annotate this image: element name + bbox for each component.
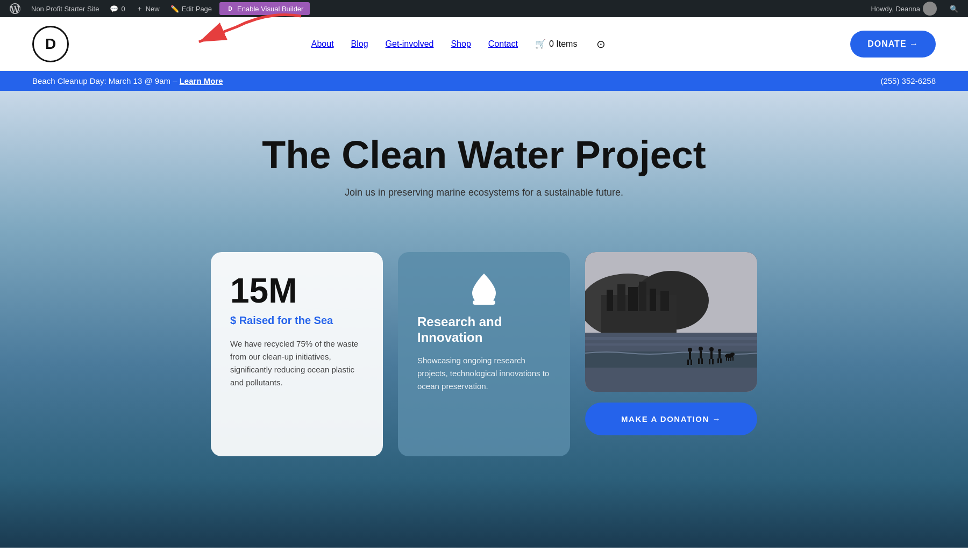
comments-count: 0 xyxy=(121,5,125,13)
visual-builder-item[interactable]: D Enable Visual Builder xyxy=(219,2,310,15)
divi-icon: D xyxy=(226,4,234,13)
svg-rect-10 xyxy=(650,289,656,311)
svg-rect-31 xyxy=(720,358,722,363)
svg-rect-6 xyxy=(607,290,613,311)
hero-subtitle: Join us in preserving marine ecosystems … xyxy=(345,187,623,198)
svg-rect-25 xyxy=(710,351,713,359)
svg-rect-26 xyxy=(709,359,710,364)
announcement-bar: Beach Cleanup Day: March 13 @ 9am – Lear… xyxy=(0,71,968,91)
svg-rect-18 xyxy=(687,360,689,365)
nav-blog[interactable]: Blog xyxy=(351,39,368,49)
comments-item[interactable]: 💬 0 xyxy=(104,0,130,17)
card-description: We have recycled 75% of the waste from o… xyxy=(230,338,364,389)
svg-point-28 xyxy=(718,349,721,352)
edit-page-item[interactable]: ✏️ Edit Page xyxy=(165,0,217,17)
cart-icon: 🛒 xyxy=(535,39,546,49)
svg-rect-34 xyxy=(726,357,727,361)
admin-bar: Non Profit Starter Site 💬 0 ＋ New ✏️ Edi… xyxy=(0,0,968,17)
nav-about[interactable]: About xyxy=(311,39,334,49)
announcement-phone: (255) 352-6258 xyxy=(880,76,936,85)
svg-rect-27 xyxy=(712,359,714,364)
avatar xyxy=(923,2,937,16)
pencil-icon: ✏️ xyxy=(170,5,179,13)
header-search-button[interactable]: ⊙ xyxy=(594,35,608,53)
svg-rect-11 xyxy=(660,291,669,311)
water-drop-icon xyxy=(417,274,551,306)
svg-rect-9 xyxy=(639,282,646,311)
site-header: D About Blog Get-involved Shop Contact 🛒… xyxy=(0,17,968,71)
new-label: New xyxy=(146,5,160,13)
logo-letter: D xyxy=(45,35,56,53)
howdy-label: Howdy, Deanna xyxy=(871,5,920,13)
hero-title: The Clean Water Project xyxy=(262,134,706,176)
hero-section: The Clean Water Project Join us in prese… xyxy=(0,91,968,548)
announcement-message: Beach Cleanup Day: March 13 @ 9am – xyxy=(32,76,177,85)
svg-rect-22 xyxy=(698,358,700,364)
site-name-label: Non Profit Starter Site xyxy=(31,5,99,13)
svg-rect-37 xyxy=(732,357,734,361)
admin-bar-right: Howdy, Deanna 🔍 xyxy=(865,0,964,17)
svg-rect-21 xyxy=(700,351,702,358)
nav-shop[interactable]: Shop xyxy=(451,39,471,49)
svg-rect-8 xyxy=(628,287,638,311)
cart-items-label: 0 Items xyxy=(549,39,577,49)
edit-page-label: Edit Page xyxy=(182,5,212,13)
admin-search-icon: 🔍 xyxy=(950,5,958,13)
howdy-item[interactable]: Howdy, Deanna xyxy=(865,0,942,17)
wp-logo[interactable] xyxy=(4,0,26,17)
svg-rect-17 xyxy=(689,352,691,360)
svg-rect-30 xyxy=(717,358,719,363)
new-item[interactable]: ＋ New xyxy=(131,0,165,17)
make-donation-button[interactable]: MAKE A DONATION → xyxy=(585,403,757,435)
comment-icon: 💬 xyxy=(110,5,118,13)
svg-rect-1 xyxy=(473,300,495,305)
beach-photo xyxy=(585,252,757,392)
svg-rect-23 xyxy=(701,358,703,364)
card-number: 15M xyxy=(230,274,364,308)
site-name-item[interactable]: Non Profit Starter Site xyxy=(26,0,104,17)
admin-search-item[interactable]: 🔍 xyxy=(944,0,964,17)
svg-point-20 xyxy=(699,347,703,351)
plus-icon: ＋ xyxy=(136,4,143,13)
svg-rect-19 xyxy=(691,360,692,365)
header-search-icon: ⊙ xyxy=(596,38,606,50)
svg-point-24 xyxy=(709,347,714,351)
donate-button[interactable]: DONATE → xyxy=(850,31,936,58)
svg-rect-36 xyxy=(730,357,731,361)
card-research-title: Research and Innovation xyxy=(417,314,551,346)
nav-get-involved[interactable]: Get-involved xyxy=(386,39,434,49)
card-subtitle: $ Raised for the Sea xyxy=(230,314,364,327)
card-research-text: Showcasing ongoing research projects, te… xyxy=(417,354,551,393)
card-research: Research and Innovation Showcasing ongoi… xyxy=(398,252,570,456)
visual-builder-label: Enable Visual Builder xyxy=(237,5,303,13)
card-image-area: MAKE A DONATION → xyxy=(585,252,757,435)
svg-rect-13 xyxy=(585,337,757,340)
cart-area[interactable]: 🛒 0 Items xyxy=(535,39,577,49)
nav-contact[interactable]: Contact xyxy=(488,39,518,49)
card-raised-sea: 15M $ Raised for the Sea We have recycle… xyxy=(211,252,383,456)
svg-rect-14 xyxy=(585,343,757,346)
cards-row: 15M $ Raised for the Sea We have recycle… xyxy=(0,252,968,456)
svg-rect-7 xyxy=(617,284,625,311)
main-nav: About Blog Get-involved Shop Contact 🛒 0… xyxy=(69,35,850,53)
svg-rect-29 xyxy=(718,352,721,358)
svg-point-16 xyxy=(688,348,692,352)
svg-rect-35 xyxy=(728,357,729,361)
header-right: DONATE → xyxy=(850,31,936,58)
announcement-text: Beach Cleanup Day: March 13 @ 9am – Lear… xyxy=(32,76,223,85)
svg-point-33 xyxy=(730,353,735,356)
learn-more-link[interactable]: Learn More xyxy=(180,76,223,85)
site-logo[interactable]: D xyxy=(32,26,69,62)
